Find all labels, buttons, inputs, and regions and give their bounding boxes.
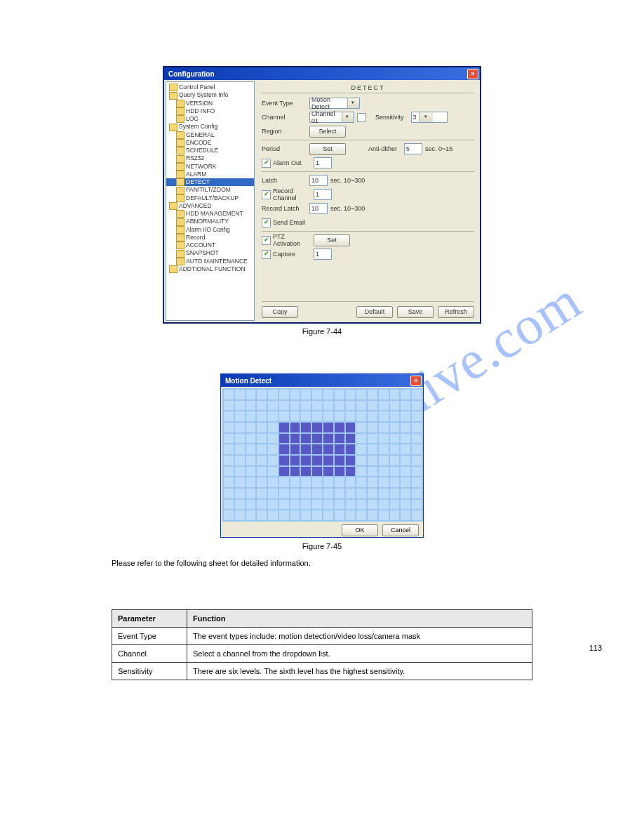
tree-item[interactable]: AUTO MAINTENANCE xyxy=(166,258,254,265)
grid-cell[interactable] xyxy=(290,401,300,411)
grid-cell[interactable] xyxy=(224,434,234,444)
grid-cell[interactable] xyxy=(301,489,311,498)
sensitivity-select[interactable]: 3▾ xyxy=(411,112,448,123)
grid-cell[interactable] xyxy=(290,411,300,421)
grid-cell[interactable] xyxy=(224,489,234,498)
grid-cell[interactable] xyxy=(379,477,389,487)
grid-cell[interactable] xyxy=(246,401,256,411)
channel-checkbox[interactable] xyxy=(357,113,366,122)
grid-cell[interactable] xyxy=(346,489,356,498)
grid-cell[interactable] xyxy=(235,510,245,520)
grid-cell[interactable] xyxy=(323,456,333,465)
grid-cell[interactable] xyxy=(356,390,366,399)
grid-cell[interactable] xyxy=(356,467,366,477)
grid-cell[interactable] xyxy=(312,510,322,520)
grid-cell[interactable] xyxy=(390,477,400,487)
tree-item[interactable]: ENCODE xyxy=(166,139,254,147)
grid-cell[interactable] xyxy=(368,477,377,487)
grid-cell[interactable] xyxy=(224,456,234,465)
grid-cell[interactable] xyxy=(257,434,267,444)
grid-cell[interactable] xyxy=(224,411,234,421)
grid-cell[interactable] xyxy=(257,467,267,477)
grid-cell[interactable] xyxy=(235,423,245,432)
tree-item[interactable]: HDD INFO xyxy=(166,107,254,115)
grid-cell[interactable] xyxy=(301,434,311,444)
grid-cell[interactable] xyxy=(412,467,422,477)
grid-cell[interactable] xyxy=(390,510,400,520)
grid-cell[interactable] xyxy=(323,444,333,454)
grid-cell[interactable] xyxy=(257,456,267,465)
copy-button[interactable]: Copy xyxy=(262,306,298,318)
grid-cell[interactable] xyxy=(246,423,256,432)
grid-cell[interactable] xyxy=(401,423,410,432)
grid-cell[interactable] xyxy=(290,444,300,454)
grid-cell[interactable] xyxy=(323,510,333,520)
grid-cell[interactable] xyxy=(390,467,400,477)
grid-cell[interactable] xyxy=(301,477,311,487)
grid-cell[interactable] xyxy=(346,411,356,421)
grid-cell[interactable] xyxy=(257,401,267,411)
grid-cell[interactable] xyxy=(268,434,278,444)
grid-cell[interactable] xyxy=(301,510,311,520)
grid-cell[interactable] xyxy=(301,411,311,421)
grid-cell[interactable] xyxy=(290,434,300,444)
grid-cell[interactable] xyxy=(235,467,245,477)
grid-cell[interactable] xyxy=(268,477,278,487)
grid-cell[interactable] xyxy=(257,477,267,487)
grid-cell[interactable] xyxy=(312,423,322,432)
grid-cell[interactable] xyxy=(301,467,311,477)
grid-cell[interactable] xyxy=(401,411,410,421)
grid-cell[interactable] xyxy=(279,467,289,477)
grid-cell[interactable] xyxy=(335,423,344,432)
grid-cell[interactable] xyxy=(268,500,278,510)
nav-tree[interactable]: Control PanelQuery System InfoVERSIONHDD… xyxy=(166,81,255,321)
recordchannel-value[interactable]: 1 xyxy=(314,189,332,200)
grid-cell[interactable] xyxy=(268,411,278,421)
grid-cell[interactable] xyxy=(379,401,389,411)
grid-cell[interactable] xyxy=(412,401,422,411)
grid-cell[interactable] xyxy=(268,489,278,498)
grid-cell[interactable] xyxy=(390,444,400,454)
grid-cell[interactable] xyxy=(412,500,422,510)
tree-item[interactable]: ABNORMALITY xyxy=(166,218,254,225)
grid-cell[interactable] xyxy=(312,477,322,487)
grid-cell[interactable] xyxy=(356,434,366,444)
grid-cell[interactable] xyxy=(301,456,311,465)
grid-cell[interactable] xyxy=(279,510,289,520)
tree-item[interactable]: System Config xyxy=(166,123,254,131)
grid-cell[interactable] xyxy=(257,500,267,510)
alarmout-value[interactable]: 1 xyxy=(314,157,332,168)
grid-cell[interactable] xyxy=(279,423,289,432)
grid-cell[interactable] xyxy=(356,444,366,454)
grid-cell[interactable] xyxy=(268,401,278,411)
save-button[interactable]: Save xyxy=(397,306,434,318)
grid-cell[interactable] xyxy=(356,456,366,465)
grid-cell[interactable] xyxy=(301,401,311,411)
grid-cell[interactable] xyxy=(235,390,245,399)
grid-cell[interactable] xyxy=(257,423,267,432)
grid-cell[interactable] xyxy=(401,434,410,444)
grid-cell[interactable] xyxy=(246,467,256,477)
latch-input[interactable]: 10 xyxy=(309,175,328,186)
grid-cell[interactable] xyxy=(235,401,245,411)
grid-cell[interactable] xyxy=(390,390,400,399)
grid-cell[interactable] xyxy=(412,456,422,465)
grid-cell[interactable] xyxy=(224,423,234,432)
close-icon[interactable]: × xyxy=(410,376,422,386)
grid-cell[interactable] xyxy=(323,411,333,421)
grid-cell[interactable] xyxy=(379,434,389,444)
grid-cell[interactable] xyxy=(356,423,366,432)
grid-cell[interactable] xyxy=(346,434,356,444)
default-button[interactable]: Default xyxy=(356,306,393,318)
grid-cell[interactable] xyxy=(279,411,289,421)
grid-cell[interactable] xyxy=(246,500,256,510)
tree-item[interactable]: GENERAL xyxy=(166,131,254,139)
grid-cell[interactable] xyxy=(290,390,300,399)
tree-item[interactable]: Alarm I/O Config xyxy=(166,226,254,234)
grid-cell[interactable] xyxy=(246,489,256,498)
grid-cell[interactable] xyxy=(401,390,410,399)
grid-cell[interactable] xyxy=(301,444,311,454)
recordchannel-checkbox[interactable]: ✔ xyxy=(262,190,271,199)
grid-cell[interactable] xyxy=(312,390,322,399)
tree-item[interactable]: Query System Info xyxy=(166,91,254,99)
